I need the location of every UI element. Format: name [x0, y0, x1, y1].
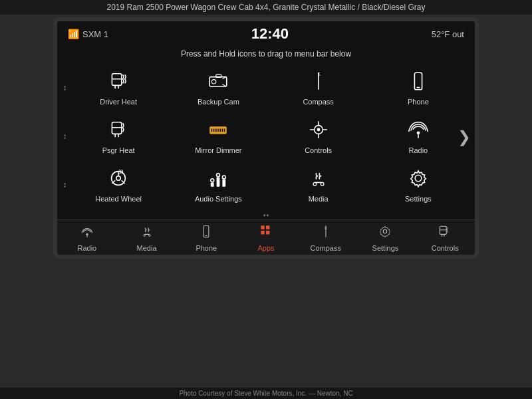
- svg-point-5: [212, 80, 216, 84]
- nav-apps[interactable]: Apps: [236, 224, 296, 252]
- compass-nav-icon: E: [319, 224, 333, 242]
- nav-settings[interactable]: Settings: [356, 224, 416, 252]
- svg-point-61: [384, 229, 388, 233]
- compass-nav-label: Compass: [311, 244, 341, 252]
- compass-button[interactable]: E Compass: [282, 65, 355, 111]
- settings-nav-label: Settings: [372, 244, 399, 252]
- svg-rect-6: [216, 74, 221, 77]
- clock-display: 12:40: [251, 25, 289, 43]
- controls-icon: [308, 119, 329, 144]
- svg-rect-55: [261, 225, 265, 229]
- backup-cam-icon: [207, 70, 229, 95]
- grid-items-row-1: Driver Heat Backup Cam: [68, 65, 468, 111]
- page-title: 2019 Ram 2500 Power Wagon Crew Cab 4x4, …: [106, 3, 425, 12]
- heated-wheel-label: Heated Wheel: [95, 195, 142, 203]
- media-icon: [308, 168, 329, 192]
- svg-point-43: [223, 176, 226, 179]
- svg-rect-58: [266, 231, 270, 235]
- nav-phone[interactable]: Phone: [176, 224, 236, 252]
- row-dot-3: [64, 183, 66, 188]
- compass-icon: E: [308, 70, 329, 95]
- svg-rect-57: [261, 231, 265, 235]
- svg-point-52: [148, 235, 150, 237]
- settings-nav-icon: [378, 224, 392, 242]
- nav-radio[interactable]: Radio: [57, 224, 117, 252]
- backup-cam-label: Backup Cam: [198, 98, 239, 106]
- nav-controls[interactable]: Controls: [415, 224, 475, 252]
- grid-items-row-3: Heated Wheel Audio Settings: [68, 162, 468, 208]
- nav-media[interactable]: Media: [117, 224, 177, 252]
- settings-icon: [408, 168, 429, 192]
- nav-compass[interactable]: E Compass: [296, 224, 356, 252]
- psgr-heat-label: Psgr Heat: [102, 146, 135, 154]
- mirror-dimmer-label: Mirror Dimmer: [195, 146, 241, 154]
- controls-nav-label: Controls: [432, 244, 459, 252]
- phone-button[interactable]: Phone: [382, 65, 455, 111]
- grid-row-3: Heated Wheel Audio Settings: [64, 162, 468, 208]
- svg-point-48: [86, 233, 88, 235]
- driver-heat-icon: [108, 70, 129, 95]
- radio-nav-label: Radio: [77, 244, 96, 252]
- svg-rect-39: [217, 177, 220, 186]
- row-dot-2: [64, 134, 66, 139]
- signal-icon: 📶: [68, 29, 79, 39]
- radio-button[interactable]: Radio: [382, 114, 455, 160]
- psgr-heat-button[interactable]: Psgr Heat: [82, 114, 155, 160]
- svg-rect-56: [266, 225, 270, 229]
- status-bar: 📶 SXM 1 12:40 52°F out: [57, 21, 475, 47]
- next-page-arrow[interactable]: ❯: [458, 128, 471, 146]
- temperature-display: 52°F out: [432, 29, 464, 39]
- svg-point-41: [211, 179, 214, 182]
- controls-nav-icon: [438, 224, 452, 242]
- svg-rect-40: [223, 180, 226, 187]
- page-title-bar: 2019 Ram 2500 Power Wagon Crew Cab 4x4, …: [0, 0, 532, 15]
- media-button[interactable]: Media: [282, 162, 355, 208]
- svg-point-31: [416, 131, 420, 134]
- phone-label: Phone: [408, 98, 429, 106]
- settings-label: Settings: [405, 195, 432, 203]
- bottom-nav-bar: Radio Media Phone: [57, 219, 475, 255]
- page-dots: ●●: [57, 211, 475, 219]
- heated-wheel-button[interactable]: Heated Wheel: [82, 162, 155, 208]
- radio-label: Radio: [409, 146, 428, 154]
- driver-heat-label: Driver Heat: [100, 98, 137, 106]
- grid-items-row-2: Psgr Heat: [68, 114, 468, 160]
- controls-label: Controls: [305, 146, 332, 154]
- svg-point-51: [143, 235, 145, 237]
- radio-icon: [408, 119, 429, 144]
- media-nav-label: Media: [137, 244, 157, 252]
- station-label: SXM 1: [82, 29, 108, 39]
- row-dot-1: [64, 86, 66, 90]
- svg-rect-13: [112, 122, 122, 134]
- controls-button[interactable]: Controls: [282, 114, 355, 160]
- settings-button[interactable]: Settings: [382, 162, 455, 208]
- driver-heat-button[interactable]: Driver Heat: [82, 65, 155, 111]
- audio-settings-label: Audio Settings: [195, 195, 242, 203]
- svg-point-26: [317, 128, 320, 132]
- svg-text:E: E: [317, 72, 320, 76]
- apps-nav-label: Apps: [257, 244, 274, 252]
- mirror-dimmer-button[interactable]: Mirror Dimmer: [182, 114, 255, 160]
- heated-wheel-icon: [108, 168, 129, 192]
- media-label: Media: [309, 195, 329, 203]
- grid-row-1: Driver Heat Backup Cam: [64, 65, 468, 111]
- svg-text:E: E: [325, 226, 327, 230]
- svg-rect-38: [211, 182, 214, 186]
- backup-cam-button[interactable]: Backup Cam: [182, 65, 255, 111]
- svg-point-46: [321, 182, 324, 186]
- infotainment-screen: 📶 SXM 1 12:40 52°F out Press and Hold ic…: [53, 17, 479, 259]
- svg-point-45: [313, 182, 317, 186]
- apps-grid: Driver Heat Backup Cam: [57, 63, 475, 211]
- svg-point-42: [217, 174, 220, 177]
- svg-point-47: [415, 175, 422, 182]
- phone-nav-icon: [199, 224, 213, 242]
- compass-label: Compass: [303, 98, 333, 106]
- audio-settings-button[interactable]: Audio Settings: [182, 162, 255, 208]
- media-nav-icon: [140, 224, 154, 242]
- grid-row-2: Psgr Heat: [64, 114, 468, 160]
- svg-point-34: [116, 176, 120, 180]
- photo-credit: Photo Courtesy of Steve White Motors, In…: [0, 388, 532, 399]
- apps-nav-icon: [259, 224, 273, 242]
- phone-nav-label: Phone: [196, 244, 217, 252]
- audio-settings-icon: [207, 168, 229, 192]
